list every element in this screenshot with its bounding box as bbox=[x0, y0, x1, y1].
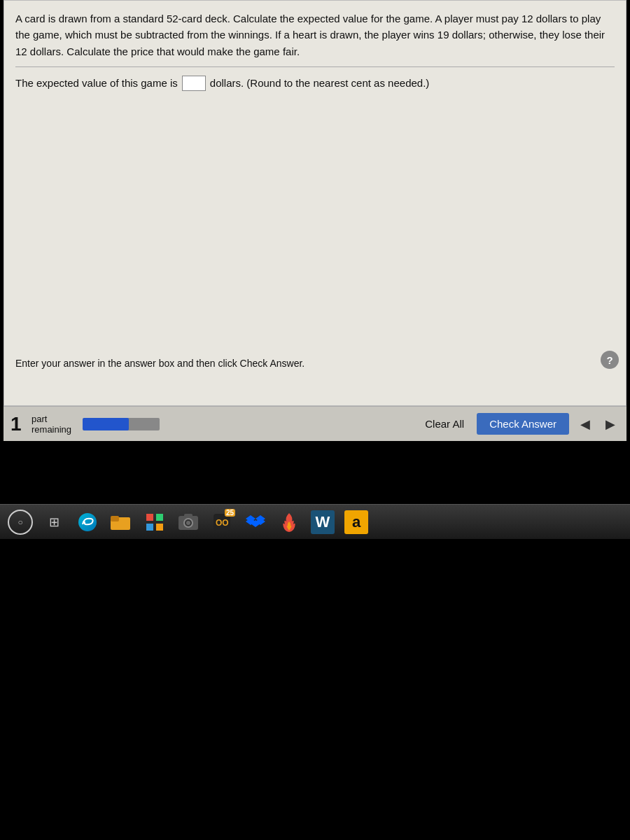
remaining-label: remaining bbox=[31, 424, 71, 435]
next-button[interactable]: ▶ bbox=[601, 414, 620, 435]
word-icon: W bbox=[311, 510, 335, 534]
edge-button[interactable] bbox=[73, 507, 102, 537]
edge-icon bbox=[77, 512, 98, 533]
notification-button[interactable]: OO bbox=[207, 507, 237, 537]
black-background bbox=[0, 539, 630, 840]
prev-button[interactable]: ◀ bbox=[576, 414, 594, 435]
question-panel: A card is drawn from a standard 52-card … bbox=[4, 0, 626, 406]
task-view-button[interactable]: ⊞ bbox=[39, 507, 69, 537]
amazon-icon: a bbox=[344, 510, 368, 534]
part-label: part bbox=[31, 414, 71, 424]
check-answer-button[interactable]: Check Answer bbox=[477, 413, 569, 435]
windows-circle-icon: ○ bbox=[8, 510, 33, 535]
answer-input[interactable] bbox=[182, 76, 206, 91]
main-content: A card is drawn from a standard 52-card … bbox=[4, 0, 626, 441]
folder-icon bbox=[111, 513, 132, 531]
dropbox-button[interactable] bbox=[241, 507, 270, 537]
part-number: 1 bbox=[10, 413, 24, 435]
camera-button[interactable] bbox=[174, 507, 203, 537]
store-icon bbox=[145, 512, 164, 532]
answer-suffix: dollars. (Round to the nearest cent as n… bbox=[210, 77, 430, 89]
amazon-button[interactable]: a bbox=[342, 507, 371, 537]
svg-point-11 bbox=[186, 521, 190, 525]
dropbox-icon bbox=[246, 512, 265, 532]
taskbar: ○ ⊞ bbox=[0, 504, 630, 539]
question-body: A card is drawn from a standard 52-card … bbox=[15, 13, 605, 57]
answer-prompt-prefix: The expected value of this game is bbox=[15, 77, 178, 89]
word-button[interactable]: W bbox=[308, 507, 337, 537]
svg-rect-4 bbox=[146, 514, 153, 521]
svg-rect-6 bbox=[146, 524, 153, 531]
file-explorer-button[interactable] bbox=[106, 507, 136, 537]
svg-point-0 bbox=[78, 513, 97, 531]
fire-button[interactable] bbox=[274, 507, 304, 537]
clear-all-button[interactable]: Clear All bbox=[419, 415, 470, 433]
svg-rect-3 bbox=[111, 516, 119, 519]
part-label-group: part remaining bbox=[31, 414, 71, 435]
answer-prompt-row: The expected value of this game is dolla… bbox=[15, 76, 615, 91]
enter-instruction: Enter your answer in the answer box and … bbox=[15, 358, 304, 369]
fire-icon bbox=[281, 512, 298, 533]
camera-icon bbox=[178, 512, 199, 532]
progress-bar-fill bbox=[83, 418, 129, 430]
svg-text:OO: OO bbox=[216, 518, 229, 528]
task-view-icon: ⊞ bbox=[49, 514, 59, 530]
svg-rect-5 bbox=[156, 514, 163, 521]
bottom-bar: 1 part remaining Clear All Check Answer … bbox=[4, 406, 626, 441]
svg-rect-12 bbox=[184, 514, 192, 517]
help-button[interactable]: ? bbox=[601, 351, 619, 369]
notification-icon: OO bbox=[212, 512, 232, 532]
svg-rect-7 bbox=[156, 524, 163, 531]
windows-search-button[interactable]: ○ bbox=[6, 507, 35, 537]
progress-bar bbox=[83, 418, 160, 430]
store-button[interactable] bbox=[140, 507, 169, 537]
question-text: A card is drawn from a standard 52-card … bbox=[15, 10, 615, 67]
